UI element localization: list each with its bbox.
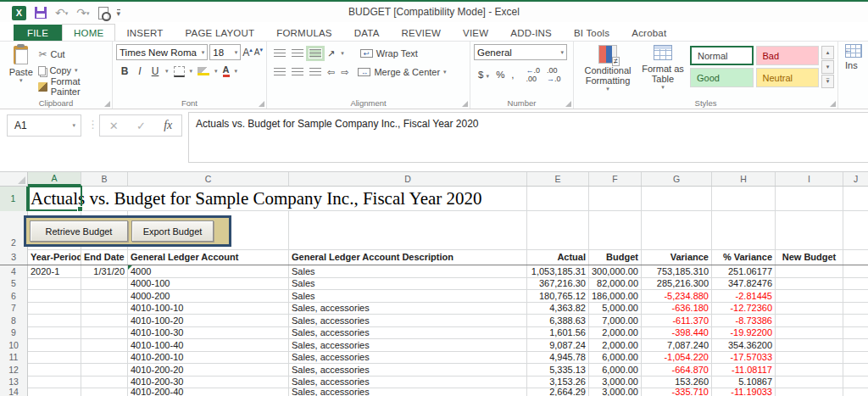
cell-E1[interactable] xyxy=(527,187,589,211)
column-header-H[interactable]: H xyxy=(712,172,776,186)
cell-D10[interactable]: Sales, accessories xyxy=(289,339,527,352)
cell-F14[interactable]: 3,000.00 xyxy=(589,388,642,396)
cell-style-good[interactable]: Good xyxy=(690,68,754,87)
gallery-scroll-up-icon[interactable]: ▴ xyxy=(821,46,834,59)
cell-E11[interactable]: 4,945.78 xyxy=(527,352,589,365)
cell-J1[interactable] xyxy=(843,187,868,211)
row-header-13[interactable]: 13 xyxy=(0,376,28,389)
name-box-dropdown-icon[interactable]: ▾ xyxy=(72,122,75,129)
cell-H7[interactable]: -12.72360 xyxy=(712,303,776,315)
cell-G11[interactable]: -1,054.220 xyxy=(642,352,712,365)
cell-I8[interactable] xyxy=(776,315,843,327)
header-cell-C3[interactable]: General Ledger Account xyxy=(128,250,289,265)
cell-J8[interactable] xyxy=(843,315,868,327)
cell-I9[interactable] xyxy=(776,327,843,340)
cell-H14[interactable]: -11.19033 xyxy=(712,388,776,396)
cell-G12[interactable]: -664.870 xyxy=(642,364,712,376)
tab-home[interactable]: HOME xyxy=(62,24,115,41)
cell-B14[interactable] xyxy=(81,388,128,396)
retrieve-budget-button[interactable]: Retrieve Budget xyxy=(30,220,128,242)
column-header-C[interactable]: C xyxy=(128,172,289,186)
cell-C4[interactable]: 4000 xyxy=(128,265,289,278)
cell-A1-title[interactable]: Actuals vs. Budget for Sample Company In… xyxy=(31,187,482,211)
header-cell-J3[interactable] xyxy=(843,250,868,265)
tab-insert[interactable]: INSERT xyxy=(115,25,174,41)
cell-B10[interactable] xyxy=(81,339,128,352)
cell-G13[interactable]: 153.260 xyxy=(642,376,712,389)
cell-D13[interactable]: Sales, accessories xyxy=(289,376,527,389)
fill-color-dropdown-icon[interactable]: ▾ xyxy=(214,68,218,75)
cell-I12[interactable] xyxy=(776,364,843,376)
underline-button[interactable]: U xyxy=(150,65,160,77)
merge-center-dropdown-icon[interactable]: ▾ xyxy=(443,69,447,75)
export-budget-button[interactable]: Export Budget xyxy=(131,220,214,242)
cell-B11[interactable] xyxy=(81,352,128,365)
align-right-icon[interactable] xyxy=(309,68,321,76)
number-format-combo[interactable]: General▾ xyxy=(474,44,567,60)
copy-dropdown-icon[interactable]: ▾ xyxy=(75,67,78,74)
cell-style-bad[interactable]: Bad xyxy=(756,46,820,65)
font-dialog-launcher-icon[interactable] xyxy=(259,101,264,107)
clipboard-dialog-launcher-icon[interactable] xyxy=(104,101,110,107)
cell-style-neutral[interactable]: Neutral xyxy=(756,68,820,87)
cell-J6[interactable] xyxy=(843,290,868,303)
cell-F5[interactable]: 82,000.00 xyxy=(589,278,642,291)
tab-add-ins[interactable]: ADD-INS xyxy=(499,25,563,41)
cell-B5[interactable] xyxy=(81,278,128,291)
cell-H10[interactable]: 354.36200 xyxy=(712,339,776,352)
enter-icon[interactable]: ✓ xyxy=(136,120,146,132)
increase-indent-icon[interactable]: ⇨ xyxy=(341,67,348,78)
tab-view[interactable]: VIEW xyxy=(452,25,499,41)
format-painter-button[interactable]: Format Painter xyxy=(38,80,108,93)
cut-button[interactable]: ✂ Cut xyxy=(38,47,108,61)
number-dialog-launcher-icon[interactable] xyxy=(565,101,571,107)
cell-H9[interactable]: -19.92200 xyxy=(712,327,776,340)
cell-A11[interactable] xyxy=(28,352,81,365)
cell-C9[interactable]: 4010-100-30 xyxy=(128,327,289,340)
column-header-D[interactable]: D xyxy=(289,172,527,186)
cell-D11[interactable]: Sales, accessories xyxy=(289,352,527,365)
column-header-J[interactable]: J xyxy=(843,172,868,186)
cell-F6[interactable]: 186,000.00 xyxy=(589,290,642,303)
cell-D4[interactable]: Sales xyxy=(289,265,527,278)
cell-H5[interactable]: 347.82476 xyxy=(712,278,776,291)
tab-review[interactable]: REVIEW xyxy=(391,25,453,41)
gallery-more-icon[interactable]: ▾̅ xyxy=(821,75,834,88)
copy-button[interactable]: Copy ▾ xyxy=(38,64,108,77)
cancel-icon[interactable]: ✕ xyxy=(109,120,119,132)
insert-cells-group-partial[interactable]: Ins xyxy=(838,42,868,109)
header-cell-I3[interactable]: New Budget xyxy=(776,250,843,265)
header-cell-B3[interactable]: End Date xyxy=(81,250,128,265)
cell-H8[interactable]: -8.73386 xyxy=(712,315,776,327)
cell-H1[interactable] xyxy=(712,187,776,211)
cell-E14[interactable]: 2,664.29 xyxy=(527,388,589,396)
cell-G9[interactable]: -398.440 xyxy=(642,327,712,340)
decrease-indent-icon[interactable]: ⇦ xyxy=(327,67,335,78)
cell-I5[interactable] xyxy=(776,278,843,291)
row-header-5[interactable]: 5 xyxy=(0,278,28,291)
cell-E10[interactable]: 9,087.24 xyxy=(527,339,589,352)
format-as-table-button[interactable]: Format as Table ▾ xyxy=(638,44,687,97)
cell-B12[interactable] xyxy=(81,364,128,376)
formula-bar-splitter[interactable]: ⋮ xyxy=(87,118,98,131)
cell-J10[interactable] xyxy=(843,339,868,352)
top-align-icon[interactable] xyxy=(274,49,286,58)
header-cell-E3[interactable]: Actual xyxy=(527,250,589,265)
cell-F8[interactable]: 7,000.00 xyxy=(589,315,642,327)
cell-F11[interactable]: 6,000.00 xyxy=(589,352,642,365)
row-header-3[interactable]: 3 xyxy=(0,250,28,265)
cell-C8[interactable]: 4010-100-20 xyxy=(128,315,289,327)
cell-C7[interactable]: 4010-100-10 xyxy=(128,303,289,315)
middle-align-icon[interactable] xyxy=(292,49,303,58)
percent-style-button[interactable]: % xyxy=(496,70,504,80)
italic-button[interactable]: I xyxy=(135,65,145,77)
cell-A13[interactable] xyxy=(28,376,81,389)
row-header-1[interactable]: 1 xyxy=(0,187,28,211)
cell-C14[interactable]: 4010-200-40 xyxy=(128,388,289,396)
cell-H12[interactable]: -11.08117 xyxy=(712,364,776,376)
formula-input[interactable]: Actuals vs. Budget for Sample Company In… xyxy=(188,112,868,163)
cell-G7[interactable]: -636.180 xyxy=(642,303,712,315)
cell-C12[interactable]: 4010-200-20 xyxy=(128,364,289,376)
cell-I4[interactable] xyxy=(776,265,843,278)
cell-A10[interactable] xyxy=(28,339,81,352)
